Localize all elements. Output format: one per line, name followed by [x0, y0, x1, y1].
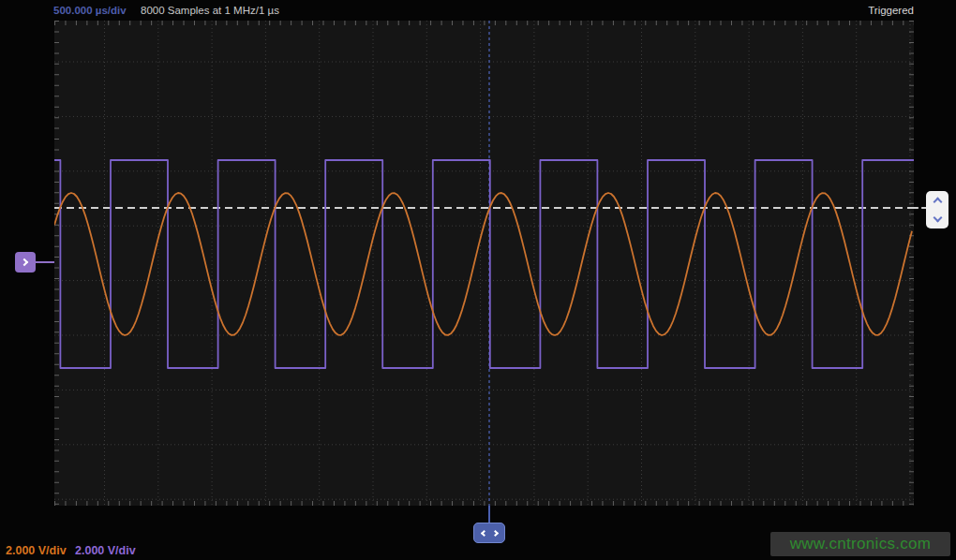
chevron-right-icon — [21, 258, 28, 266]
channel-2-square-waveform — [54, 160, 914, 368]
trigger-position-connector — [488, 506, 490, 523]
grid-lines — [54, 21, 914, 506]
trigger-level-down-button[interactable] — [926, 210, 949, 228]
chevron-right-icon — [491, 529, 498, 536]
sample-rate-readout: 8000 Samples at 1 MHz/1 µs — [141, 3, 279, 18]
trigger-level-connector — [914, 207, 926, 209]
trigger-position-button[interactable] — [473, 523, 505, 543]
chevron-up-icon — [933, 198, 942, 207]
channel-1-sine-waveform — [54, 193, 912, 335]
channel-2-offset-marker-line — [36, 261, 54, 263]
oscilloscope-app: 500.000 µs/div 8000 Samples at 1 MHz/1 µ… — [0, 0, 956, 560]
watermark-text: www.cntronics.com — [790, 535, 932, 553]
timebase-readout: 500.000 µs/div — [53, 3, 127, 18]
chevron-left-icon — [480, 529, 486, 536]
axis-ticks — [54, 21, 914, 506]
channel-1-scale-readout: 2.000 V/div — [6, 544, 67, 557]
trigger-level-up-button[interactable] — [926, 191, 949, 210]
trigger-status-badge: Triggered — [868, 3, 914, 18]
waveform-canvas — [54, 21, 914, 506]
channel-2-offset-marker[interactable] — [15, 252, 36, 273]
scope-plot-area[interactable] — [54, 21, 914, 506]
watermark-box: www.cntronics.com — [770, 532, 950, 556]
trigger-level-stepper — [926, 191, 949, 228]
chevron-down-icon — [933, 214, 942, 223]
channel-2-scale-readout: 2.000 V/div — [75, 544, 136, 557]
